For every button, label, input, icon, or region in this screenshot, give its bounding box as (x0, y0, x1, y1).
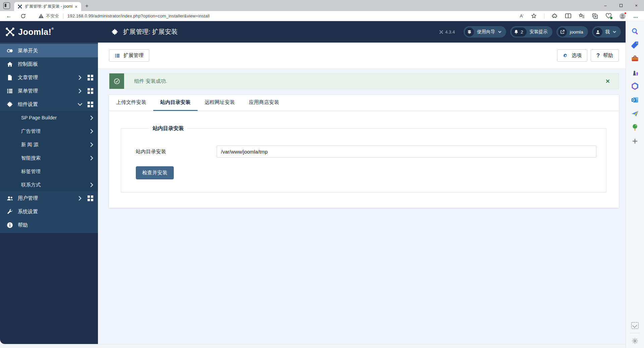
joomla-brand[interactable]: Joomla!® (0, 21, 98, 43)
chevron-right-icon[interactable] (90, 142, 93, 147)
chevron-down-icon (613, 31, 616, 33)
notifications-button[interactable]: 2 安装提示 (510, 26, 552, 38)
tab-folder[interactable]: 站内目录安装 (153, 95, 198, 111)
sidebar-item-banners[interactable]: 广告管理 (0, 124, 98, 138)
install-from-folder-fieldset: 站内目录安装 站内目录安装 检查并安装 (121, 125, 606, 192)
grid-dashboard-icon[interactable] (88, 102, 93, 107)
chevron-down-icon[interactable] (78, 102, 82, 107)
edge-sidebar-icon-drop[interactable] (631, 110, 639, 118)
sidebar-item-sp-page-builder[interactable]: SP Page Builder (0, 111, 98, 124)
refresh-icon[interactable] (20, 13, 26, 19)
sidebar-item-finder[interactable]: 智能搜索 (0, 151, 98, 165)
sidebar-item-icon (7, 74, 14, 81)
installer-tabs: 上传文件安装站内目录安装远程网址安装应用商店安装 (109, 95, 619, 111)
sidebar-item-icon (7, 61, 14, 67)
edge-sidebar (626, 21, 644, 348)
tab-close-icon[interactable]: × (74, 4, 78, 9)
security-label: 不安全 (46, 13, 59, 19)
tab-actions-icon[interactable] (3, 2, 10, 9)
read-aloud-icon[interactable]: A› (520, 13, 524, 18)
edge-sidebar-icon-games[interactable] (631, 68, 639, 76)
bell-icon (514, 30, 519, 34)
alert-close-icon[interactable]: × (606, 73, 619, 89)
edge-sidebar-icon-outlook[interactable] (631, 96, 639, 104)
sidebar-item-dashboard[interactable]: 控制面板 (0, 57, 98, 71)
split-screen-icon[interactable] (565, 13, 571, 19)
duplicate-tab-icon[interactable] (592, 13, 598, 19)
edge-sidebar-icon-toolbox[interactable] (631, 55, 639, 63)
collections-icon[interactable] (579, 13, 585, 19)
sidebar-item-components[interactable]: 组件设置 (0, 98, 98, 111)
sidebar-item-help[interactable]: 帮助 (0, 218, 98, 232)
edge-sidebar-icon-tree[interactable] (631, 123, 639, 131)
url-text[interactable]: 192.168.0.99/administrator/index.php?opt… (67, 13, 210, 18)
user-menu-button[interactable]: 我 (592, 26, 621, 38)
chevron-right-icon[interactable] (90, 156, 93, 160)
site-security-chip[interactable]: 不安全 (39, 13, 59, 19)
sidebar-item-label: 用户管理 (18, 195, 38, 201)
sidebar-item-articles[interactable]: 文章管理 (0, 71, 98, 84)
external-link-icon (558, 27, 567, 37)
success-alert: 组件 安装成功. × (109, 73, 619, 89)
help-button[interactable]: ? 帮助 (591, 49, 619, 62)
favorite-star-icon[interactable] (531, 13, 537, 19)
browser-tab[interactable]: 扩展管理: 扩展安装 - joomla - 后 × (14, 2, 81, 11)
chevron-right-icon[interactable] (78, 89, 82, 93)
sidebar-item-label: 标签管理 (21, 168, 41, 175)
warning-icon (39, 14, 44, 18)
edge-sidebar-icon-add[interactable] (631, 137, 639, 145)
window-maximize-button[interactable] (613, 0, 629, 11)
tab-webstore[interactable]: 应用商店安装 (242, 95, 286, 111)
joomla-version: 4.3.4 (439, 30, 455, 35)
grid-dashboard-icon[interactable] (88, 75, 93, 80)
extensions-manage-button[interactable]: 扩展管理 (109, 49, 149, 62)
new-tab-button[interactable]: + (85, 3, 89, 9)
sidebar-item-label: 联系方式 (21, 182, 41, 188)
alert-message: 组件 安装成功. (124, 73, 606, 89)
folder-path-input[interactable] (217, 146, 596, 158)
edge-sidebar-divider (630, 333, 640, 333)
tab-url[interactable]: 远程网址安装 (198, 95, 242, 111)
signpost-icon (465, 27, 474, 37)
back-icon[interactable]: ← (6, 13, 12, 19)
fieldset-legend: 站内目录安装 (149, 125, 187, 132)
extensions-icon[interactable] (552, 13, 558, 19)
installer-card: 上传文件安装站内目录安装远程网址安装应用商店安装 站内目录安装 站内目录安装 检… (109, 95, 619, 208)
sidebar-item-label: 控制面板 (18, 61, 38, 67)
edge-sidebar-icon-shopping[interactable] (631, 41, 639, 49)
profile-avatar[interactable] (619, 13, 626, 19)
sidebar-item-label: 系统设置 (18, 209, 38, 215)
sidebar-item-menus[interactable]: 菜单管理 (0, 84, 98, 98)
web-capture-icon[interactable] (631, 322, 639, 329)
horizontal-scrollbar[interactable] (0, 344, 626, 348)
check-circle-icon (109, 73, 124, 89)
window-close-button[interactable]: × (629, 0, 644, 11)
edge-sidebar-icon-m365[interactable] (631, 82, 639, 90)
brand-wordmark: Joomla!® (18, 27, 54, 37)
preview-site-button[interactable]: joomla (556, 26, 588, 38)
browser-essentials-icon[interactable] (605, 13, 612, 19)
sidebar-settings-gear-icon[interactable] (631, 337, 639, 345)
tab-upload[interactable]: 上传文件安装 (109, 95, 153, 111)
sidebar-item-icon (7, 208, 14, 215)
sidebar-item-tags[interactable]: 标签管理 (0, 165, 98, 178)
grid-dashboard-icon[interactable] (88, 195, 93, 201)
sidebar-item-newsfeeds[interactable]: 新 闻 源 (0, 138, 98, 151)
chevron-right-icon[interactable] (90, 129, 93, 133)
sidebar-item-menu-toggle[interactable]: 菜单开关 (0, 44, 98, 57)
edge-sidebar-icon-search[interactable] (631, 27, 639, 35)
chevron-right-icon[interactable] (90, 183, 93, 187)
chevron-right-icon[interactable] (90, 116, 93, 120)
sidebar-item-contacts[interactable]: 联系方式 (0, 178, 98, 191)
chevron-right-icon[interactable] (78, 75, 82, 80)
grid-dashboard-icon[interactable] (88, 88, 93, 94)
check-and-install-button[interactable]: 检查并安装 (136, 166, 174, 179)
browser-menu-icon[interactable]: … (633, 13, 639, 19)
options-button[interactable]: 选项 (557, 49, 587, 62)
chevron-right-icon[interactable] (78, 196, 82, 200)
sidebar-item-users[interactable]: 用户管理 (0, 191, 98, 205)
sidebar-item-label: 广告管理 (21, 128, 41, 134)
guided-tour-button[interactable]: 使用向导 (464, 26, 506, 38)
window-minimize-button[interactable]: – (598, 0, 613, 11)
sidebar-item-system[interactable]: 系统设置 (0, 205, 98, 218)
